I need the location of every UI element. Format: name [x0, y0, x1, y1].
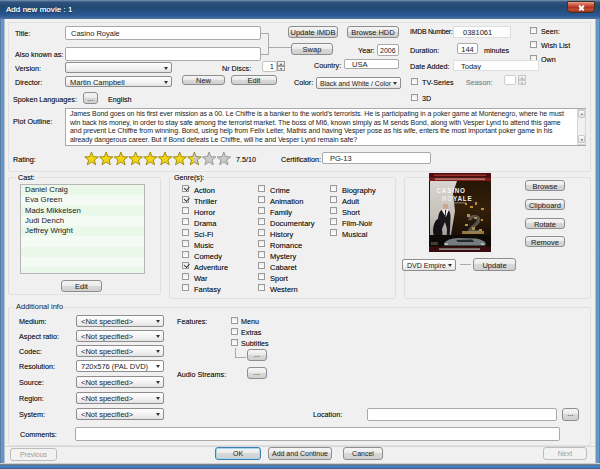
svg-text:DVD: DVD [431, 242, 438, 246]
svg-text:ROYALE: ROYALE [442, 195, 472, 202]
svg-text:2: 2 [467, 209, 481, 239]
svg-text:CASINO: CASINO [437, 187, 466, 194]
